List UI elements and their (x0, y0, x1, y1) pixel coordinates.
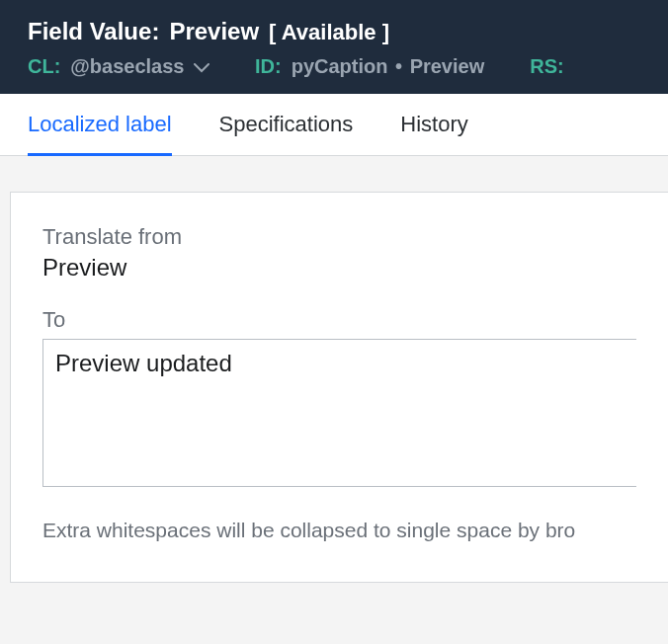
header-meta-row: CL: @baseclass ID: pyCaption • Preview R… (28, 55, 640, 78)
meta-id-part2: Preview (410, 55, 485, 77)
translate-from-value: Preview (42, 254, 636, 282)
meta-cl-text: @baseclass (70, 55, 184, 77)
content-area: Translate from Preview To Extra whitespa… (0, 156, 668, 583)
header-status-badge: [ Available ] (269, 20, 389, 45)
header-title-row: Field Value: Preview [ Available ] (28, 18, 640, 45)
tabs-bar: Localized label Specifications History (0, 94, 668, 156)
translate-from-label: Translate from (42, 224, 636, 250)
meta-id-key: ID: (255, 55, 282, 78)
meta-id-sep: • (395, 55, 402, 77)
meta-cl-value[interactable]: @baseclass (70, 55, 209, 78)
meta-id-value: pyCaption • Preview (292, 55, 485, 78)
tab-localized-label[interactable]: Localized label (28, 94, 172, 156)
form-card: Translate from Preview To Extra whitespa… (10, 192, 668, 583)
meta-cl-key: CL: (28, 55, 60, 78)
header-title-value: Preview (169, 18, 259, 45)
tab-specifications[interactable]: Specifications (219, 94, 354, 156)
meta-id-part1: pyCaption (292, 55, 388, 77)
page-header: Field Value: Preview [ Available ] CL: @… (0, 0, 668, 94)
chevron-down-icon (194, 55, 209, 78)
to-label: To (42, 307, 636, 333)
help-text: Extra whitespaces will be collapsed to s… (42, 519, 636, 542)
meta-rs-key: RS: (530, 55, 563, 78)
header-title-label: Field Value: (28, 18, 159, 45)
tab-history[interactable]: History (400, 94, 467, 156)
to-textarea[interactable] (42, 339, 636, 487)
